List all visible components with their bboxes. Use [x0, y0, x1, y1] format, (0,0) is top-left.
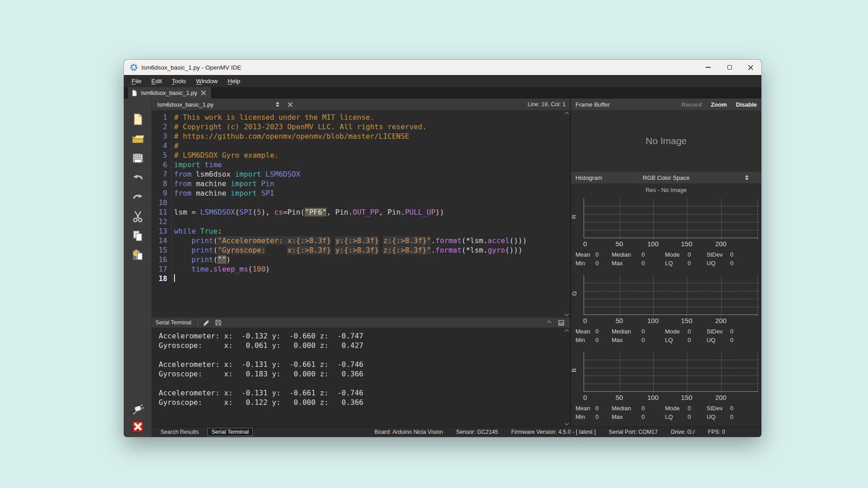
line-number: 8: [152, 179, 172, 188]
code-line[interactable]: 16 print(""): [152, 255, 563, 264]
redo-button[interactable]: [130, 191, 146, 205]
code-line-text: from lsm6dsox import LSM6DSOX: [172, 169, 300, 179]
scroll-down-icon[interactable]: [564, 312, 569, 316]
paste-button[interactable]: [130, 249, 146, 263]
line-number: 4: [152, 141, 172, 150]
statusbar-tab-serial-terminal[interactable]: Serial Terminal: [208, 428, 252, 436]
serial-terminal-title: Serial Terminal: [156, 319, 198, 326]
menu-item-help[interactable]: Help: [223, 78, 245, 84]
histogram-channel-g: G050100150200Mean0Median0Mode0StDev0Min0…: [571, 273, 761, 350]
undo-button[interactable]: [130, 171, 146, 186]
color-space-select[interactable]: RGB Color Space: [571, 174, 761, 181]
terminal-scroll-up-icon[interactable]: [564, 329, 569, 334]
stat-min: Min0: [576, 413, 612, 420]
scroll-up-icon[interactable]: [564, 112, 569, 117]
status-drive: Drive: G:/: [671, 429, 695, 435]
cut-icon: [131, 210, 145, 225]
code-line-text: from machine import SPI: [172, 188, 274, 198]
serial-terminal[interactable]: Accelerometer: x: -0.132 y: -0.660 z: -0…: [152, 328, 570, 427]
tab-bar: lsm6dsox_basic_1.py: [124, 87, 761, 99]
code-line[interactable]: 13while True:: [152, 226, 563, 236]
minimize-button[interactable]: [698, 60, 719, 75]
window-title: lsm6dsox_basic_1.py - OpenMV IDE: [142, 64, 241, 71]
code-line-text: import time: [172, 160, 222, 169]
terminal-line: Gyroscope: x: 0.061 y: 0.000 z: 0.427: [159, 341, 563, 350]
maximize-button[interactable]: [719, 60, 740, 75]
menu-item-edit[interactable]: Edit: [146, 78, 167, 84]
save-log-icon[interactable]: [215, 319, 222, 326]
tab-close-icon[interactable]: [201, 90, 206, 95]
code-line[interactable]: 6import time: [152, 160, 563, 169]
title-bar[interactable]: lsm6dsox_basic_1.py - OpenMV IDE: [124, 60, 761, 75]
channel-stats: Mean0Median0Mode0StDev0Min0Max0LQ0UQ0: [576, 328, 757, 343]
editor-close-icon[interactable]: [288, 102, 292, 107]
close-icon: [748, 65, 754, 70]
code-line[interactable]: 2# Copyright (c) 2013-2023 OpenMV LLC. A…: [152, 122, 563, 131]
zoom-button[interactable]: Zoom: [711, 101, 726, 108]
terminal-scrollbar[interactable]: [563, 328, 570, 427]
code-line[interactable]: 9from machine import SPI: [152, 188, 563, 198]
code-area[interactable]: 1# This work is licensed under the MIT l…: [152, 110, 563, 317]
code-line[interactable]: 4#: [152, 141, 563, 150]
stop-icon: [131, 420, 145, 435]
copy-button[interactable]: [130, 230, 146, 244]
code-line[interactable]: 10: [152, 198, 563, 207]
code-line-text: print("Accelerometer: x:{:>8.3f} y:{:>8.…: [172, 236, 527, 245]
code-editor[interactable]: 1# This work is licensed under the MIT l…: [152, 110, 570, 317]
document-spinner-icon[interactable]: [276, 102, 279, 107]
menu-item-tools[interactable]: Tools: [167, 78, 191, 84]
editor-scrollbar[interactable]: [563, 110, 570, 317]
connect-button[interactable]: [130, 404, 146, 418]
code-line[interactable]: 11lsm = LSM6DSOX(SPI(5), cs=Pin("PF6", P…: [152, 207, 563, 217]
clear-terminal-icon[interactable]: [203, 319, 210, 327]
stat-mean: Mean0: [576, 405, 612, 412]
code-line[interactable]: 3# https://github.com/openmv/openmv/blob…: [152, 131, 563, 141]
code-line[interactable]: 12: [152, 217, 563, 226]
histogram-plot: [584, 198, 758, 238]
text-cursor: [174, 274, 175, 282]
redo-icon: [131, 190, 145, 206]
dock-panel-icon[interactable]: [558, 319, 565, 326]
code-line[interactable]: 17 time.sleep_ms(100): [152, 264, 563, 274]
new-file-button[interactable]: [130, 113, 146, 127]
menu-bar: FileEditToolsWindowHelp: [124, 75, 761, 87]
stop-button[interactable]: [130, 420, 146, 435]
code-line[interactable]: 5# LSM6DSOX Gyro example.: [152, 150, 563, 160]
open-folder-button[interactable]: [130, 132, 146, 147]
menu-item-file[interactable]: File: [127, 78, 146, 84]
code-line[interactable]: 15 print("Gyroscope: x:{:>8.3f} y:{:>8.3…: [152, 245, 563, 255]
terminal-line: Gyroscope: x: 0.183 y: 0.000 z: 0.366: [159, 369, 563, 379]
code-line[interactable]: 18: [152, 274, 563, 283]
code-line[interactable]: 8from machine import Pin: [152, 179, 563, 188]
histogram-channel-r: R050100150200Mean0Median0Mode0StDev0Min0…: [571, 196, 761, 273]
code-line-text: time.sleep_ms(100): [172, 264, 270, 274]
terminal-line: Gyroscope: x: 0.122 y: 0.000 z: 0.366: [159, 398, 563, 407]
code-line[interactable]: 1# This work is licensed under the MIT l…: [152, 113, 563, 122]
collapse-terminal-icon[interactable]: [547, 320, 552, 325]
cursor-position: Line: 18, Col: 1: [528, 101, 566, 108]
code-line-text: # https://github.com/openmv/openmv/blob/…: [172, 131, 409, 141]
disable-button[interactable]: Disable: [736, 101, 757, 108]
terminal-output: Accelerometer: x: -0.132 y: -0.660 z: -0…: [152, 328, 563, 427]
status-sensor: Sensor: GC2145: [456, 429, 498, 435]
channel-stats: Mean0Median0Mode0StDev0Min0Max0LQ0UQ0: [576, 405, 757, 420]
maximize-icon: [727, 65, 732, 70]
code-line-text: print("Gyroscope: x:{:>8.3f} y:{:>8.3f} …: [172, 245, 523, 255]
cut-button[interactable]: [130, 210, 146, 225]
code-line[interactable]: 14 print("Accelerometer: x:{:>8.3f} y:{:…: [152, 236, 563, 245]
terminal-scroll-down-icon[interactable]: [564, 421, 569, 426]
editor-header: lsm6dsox_basic_1.py Line: 18, Col: 1: [152, 99, 570, 110]
menu-item-window[interactable]: Window: [191, 78, 223, 84]
left-toolbar: [124, 99, 152, 437]
stat-mode: Mode0: [665, 251, 707, 258]
code-line[interactable]: 7from lsm6dsox import LSM6DSOX: [152, 169, 563, 179]
save-button[interactable]: [130, 152, 146, 166]
stat-mode: Mode0: [665, 405, 707, 412]
close-button[interactable]: [740, 60, 761, 75]
x-tick-label: 50: [615, 240, 623, 248]
file-tab[interactable]: lsm6dsox_basic_1.py: [128, 87, 211, 99]
x-axis-labels: 050100150200: [584, 394, 758, 404]
document-selector[interactable]: lsm6dsox_basic_1.py: [157, 101, 276, 108]
statusbar-tab-search-results[interactable]: Search Results: [157, 428, 203, 436]
stat-lq: LQ0: [665, 337, 707, 343]
